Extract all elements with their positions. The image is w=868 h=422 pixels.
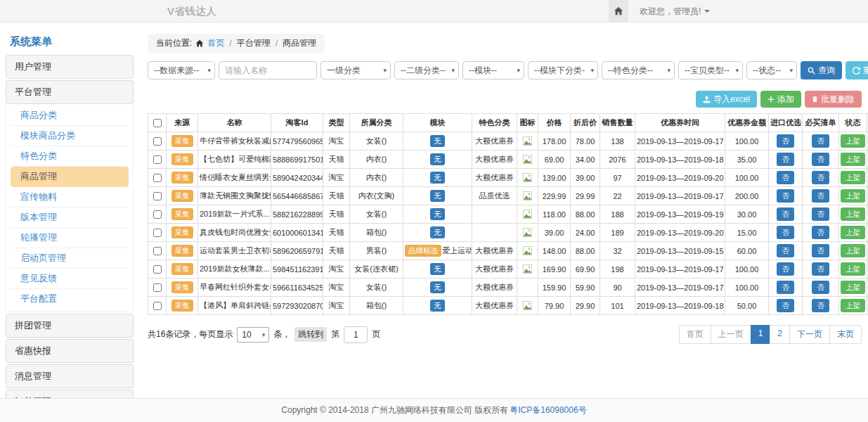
sidebar-item[interactable]: 启动页管理 [11, 248, 129, 269]
status-toggle[interactable]: 上架 [841, 171, 865, 184]
page-button[interactable]: 2 [770, 325, 790, 344]
sidebar-group-header[interactable]: 拼团管理 [6, 314, 134, 338]
imported-toggle[interactable]: 否 [777, 134, 794, 148]
sidebar-group-header[interactable]: 平台管理 [6, 80, 134, 104]
sales: 97 [600, 169, 635, 187]
sidebar-item[interactable]: 平台配置 [11, 289, 129, 309]
discount-price: 88.00 [571, 205, 600, 224]
row-checkbox[interactable] [153, 302, 162, 310]
module-badge: 品牌精选 [405, 245, 441, 257]
icon-cell [517, 260, 538, 279]
status-toggle[interactable]: 上架 [841, 207, 865, 221]
imported-toggle[interactable]: 否 [777, 171, 794, 184]
status-toggle[interactable]: 上架 [841, 189, 865, 203]
search-button[interactable]: 查询 [801, 61, 842, 79]
must-buy-toggle[interactable]: 否 [812, 171, 829, 184]
icp-link[interactable]: 粤ICP备16098006号 [510, 404, 586, 416]
module-cell: 无 [403, 297, 472, 315]
row-checkbox[interactable] [153, 283, 162, 292]
filter-select[interactable]: --状态-- [746, 61, 797, 79]
must-buy-toggle[interactable]: 否 [812, 281, 829, 294]
sidebar-item[interactable]: 轮播管理 [11, 228, 129, 248]
sidebar-item[interactable]: 模块商品分类 [11, 126, 129, 146]
imported-toggle[interactable]: 否 [777, 207, 794, 221]
page-button[interactable]: 首页 [679, 325, 711, 344]
source-badge: 采集 [171, 208, 193, 220]
page-button[interactable]: 末页 [829, 325, 862, 344]
filter-select[interactable]: --数据来源-- [148, 61, 215, 79]
row-checkbox[interactable] [153, 192, 162, 200]
per-page-select[interactable]: 10 [237, 327, 269, 343]
source-badge: 采集 [171, 300, 193, 312]
home-button[interactable] [609, 0, 628, 23]
must-buy-toggle[interactable]: 否 [812, 189, 829, 203]
must-buy-toggle[interactable]: 否 [812, 134, 829, 148]
price: 229.99 [538, 187, 571, 205]
sidebar-group-header[interactable]: 省惠快报 [6, 339, 134, 363]
status-toggle[interactable]: 上架 [841, 226, 865, 239]
product-name: 情侣睡衣女夏丝绸男士... [198, 169, 271, 187]
breadcrumb-home-link[interactable]: 首页 [207, 37, 224, 49]
must-buy-toggle[interactable]: 否 [812, 207, 829, 221]
sidebar-item[interactable]: 意见反馈 [11, 269, 129, 289]
user-menu[interactable]: 欢迎您，管理员! [640, 6, 710, 18]
sidebar-item[interactable]: 特色分类 [11, 146, 129, 167]
must-buy-toggle[interactable]: 否 [812, 153, 829, 166]
page-number-input[interactable] [344, 326, 368, 343]
sidebar-item[interactable]: 商品分类 [11, 106, 129, 126]
price: 169.90 [538, 260, 571, 279]
jump-to-button[interactable]: 跳转到 [294, 327, 327, 342]
page-button[interactable]: 下一页 [789, 325, 830, 344]
module-badge: 无 [430, 208, 445, 220]
filter-select[interactable]: --二级分类-- [394, 61, 459, 79]
source-badge: 采集 [171, 153, 193, 165]
status-toggle[interactable]: 上架 [841, 262, 865, 276]
table-row: 采集情侣睡衣女夏丝绸男士...589042420344淘宝内衣()无大额优惠券1… [148, 169, 868, 187]
row-checkbox[interactable] [153, 174, 162, 182]
status-toggle[interactable]: 上架 [841, 281, 865, 294]
status-toggle[interactable]: 上架 [841, 134, 865, 148]
reset-button[interactable]: 重置 [846, 61, 868, 79]
row-checkbox[interactable] [153, 229, 162, 237]
batch-delete-button[interactable]: 批量删除 [805, 91, 862, 108]
add-button[interactable]: 添加 [760, 91, 801, 108]
status-toggle[interactable]: 上架 [841, 299, 865, 312]
page-button[interactable]: 1 [751, 325, 771, 344]
imported-toggle[interactable]: 否 [777, 226, 794, 239]
must-buy-toggle[interactable]: 否 [812, 244, 829, 257]
select-all-checkbox[interactable] [153, 119, 162, 127]
imported-toggle[interactable]: 否 [777, 281, 794, 294]
status-toggle[interactable]: 上架 [841, 244, 865, 257]
filter-select[interactable]: --模块-- [462, 61, 524, 79]
row-checkbox[interactable] [153, 247, 162, 255]
sidebar-group-header[interactable]: 用户管理 [6, 55, 134, 79]
source-badge: 采集 [171, 135, 193, 147]
imported-toggle[interactable]: 否 [777, 153, 794, 166]
imported-toggle[interactable]: 否 [777, 189, 794, 203]
filter-select[interactable]: 一级分类 [320, 61, 391, 79]
sidebar-item[interactable]: 宣传物料 [11, 187, 129, 207]
status-toggle[interactable]: 上架 [841, 153, 865, 166]
sidebar-group-header[interactable]: 消息管理 [6, 364, 134, 388]
imported-toggle[interactable]: 否 [777, 244, 794, 257]
row-checkbox[interactable] [153, 155, 162, 164]
must-buy-toggle[interactable]: 否 [812, 226, 829, 239]
import-excel-button[interactable]: 导入excel [696, 91, 757, 108]
filter-select[interactable]: --特色分类-- [602, 61, 675, 79]
sidebar-item[interactable]: 商品管理 [11, 167, 129, 187]
table-row: 采集牛仔背带裤女秋装减龄...577479560965淘宝女装()无大额优惠券1… [148, 132, 868, 151]
module-badge: 无 [430, 153, 445, 165]
imported-toggle[interactable]: 否 [777, 262, 794, 276]
must-buy-toggle[interactable]: 否 [812, 299, 829, 312]
row-checkbox[interactable] [153, 265, 162, 274]
page-button[interactable]: 上一页 [711, 325, 751, 344]
must-buy-toggle[interactable]: 否 [812, 262, 829, 276]
filter-select[interactable]: --模块下分类-- [528, 61, 598, 79]
imported-toggle[interactable]: 否 [777, 299, 794, 312]
row-checkbox[interactable] [153, 210, 162, 219]
sidebar-item[interactable]: 版本管理 [11, 207, 129, 228]
row-checkbox[interactable] [153, 137, 162, 146]
name-search-input[interactable] [219, 61, 317, 79]
module-cell: 无 [403, 260, 472, 279]
filter-select[interactable]: --宝贝类型-- [678, 61, 743, 79]
